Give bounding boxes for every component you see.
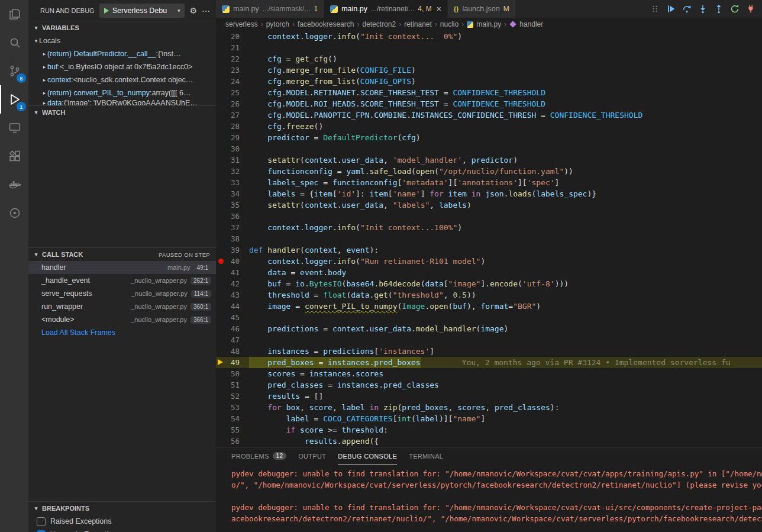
breakpoint-gutter[interactable] — [216, 301, 228, 312]
breadcrumb-item[interactable]: nuclio — [440, 20, 459, 28]
variable-row[interactable]: ▸data: {'image': 'iVBORw0KGgoAAAANSUhE… — [28, 99, 216, 105]
editor-tab-1[interactable]: main.py.../retinanet/...4, M× — [324, 0, 448, 18]
code-line[interactable]: 25 cfg.MODEL.RETINANET.SCORE_THRESH_TEST… — [216, 87, 762, 98]
breakpoint-gutter[interactable] — [216, 188, 228, 199]
code-line[interactable]: 47 — [216, 334, 762, 346]
code-line[interactable]: 28 cfg.freeze() — [216, 121, 762, 132]
breakpoint-gutter[interactable] — [216, 211, 228, 222]
continue-button[interactable] — [666, 4, 676, 14]
code-editor[interactable]: 20 context.logger.info("Init context... … — [216, 31, 762, 447]
code-line[interactable]: 31 setattr(context.user_data, 'model_han… — [216, 154, 762, 166]
variable-row[interactable]: ▸context: <nuclio_sdk.context.Context ob… — [28, 73, 216, 86]
breadcrumb-item[interactable]: retinanet — [404, 20, 432, 28]
code-line[interactable]: 29 predictor = DefaultPredictor(cfg) — [216, 132, 762, 143]
code-line[interactable]: 41 data = event.body — [216, 267, 762, 278]
code-line[interactable]: 51 pred_classes = instances.pred_classes — [216, 379, 762, 391]
code-line[interactable]: 23 cfg.merge_from_file(CONFIG_FILE) — [216, 65, 762, 76]
code-line[interactable]: 56 results.append({ — [216, 436, 762, 447]
breakpoint-gutter[interactable] — [216, 436, 228, 447]
breadcrumb-item[interactable]: detectron2 — [362, 20, 396, 28]
breakpoint-gutter[interactable] — [216, 222, 228, 233]
stack-frame[interactable]: _handle_event_nuclio_wrapper.py262:1 — [28, 274, 216, 287]
disconnect-button[interactable] — [745, 4, 756, 14]
activity-bar-item-docker[interactable] — [0, 170, 28, 199]
breakpoint-gutter[interactable] — [216, 98, 228, 109]
more-actions-icon[interactable]: ··· — [202, 6, 210, 15]
panel-tab-output[interactable]: OUTPUT — [298, 447, 326, 465]
breakpoint-gutter[interactable] — [216, 177, 228, 188]
breakpoint-gutter[interactable] — [216, 109, 228, 121]
step-out-button[interactable] — [713, 4, 724, 14]
launch-config-picker[interactable]: Serverless Debu ▾ — [99, 4, 185, 18]
breadcrumb-item[interactable]: pytorch — [266, 20, 289, 28]
breakpoint-gutter[interactable] — [216, 391, 228, 402]
panel-tab-debug-console[interactable]: DEBUG CONSOLE — [338, 447, 397, 465]
code-line[interactable]: 34 labels = {item['id']: item['name'] fo… — [216, 188, 762, 199]
code-line[interactable]: 38 — [216, 233, 762, 244]
step-into-button[interactable] — [698, 4, 708, 14]
breakpoint-gutter[interactable] — [216, 402, 228, 413]
breakpoint-gutter[interactable] — [216, 368, 228, 379]
activity-bar-item-extensions[interactable] — [0, 142, 28, 170]
code-line[interactable]: 48 instances = predictions['instances'] — [216, 346, 762, 357]
breakpoint-gutter[interactable] — [216, 76, 228, 87]
activity-bar-item-source-control[interactable]: 8 — [0, 57, 28, 85]
breakpoint-gutter[interactable] — [216, 121, 228, 132]
breakpoint-gutter[interactable] — [216, 42, 228, 53]
breakpoint-row[interactable]: ✓Uncaught Exceptions — [28, 528, 216, 532]
load-all-stack-frames-link[interactable]: Load All Stack Frames — [28, 326, 216, 339]
code-line[interactable]: 36 — [216, 211, 762, 222]
editor-tab-2[interactable]: {}launch.jsonM — [448, 0, 516, 18]
stack-frame[interactable]: serve_requests_nuclio_wrapper.py114:1 — [28, 287, 216, 300]
breakpoint-gutter[interactable] — [216, 132, 228, 143]
code-line[interactable]: 52 results = [] — [216, 391, 762, 402]
code-line[interactable]: 54 label = COCO_CATEGORIES[int(label)]["… — [216, 413, 762, 424]
code-line[interactable]: 55 if score >= threshold: — [216, 424, 762, 436]
call-stack-pane-header[interactable]: ▾ CALL STACK PAUSED ON STEP — [28, 248, 216, 261]
code-line[interactable]: 37 context.logger.info("Init context...1… — [216, 222, 762, 233]
debug-toolbar-drag-handle[interactable] — [650, 4, 660, 14]
variable-row[interactable]: ▸buf: <_io.BytesIO object at 0x7f5a2dc1e… — [28, 60, 216, 73]
code-line[interactable]: 33 labels_spec = functionconfig['metadat… — [216, 177, 762, 188]
variable-row[interactable]: ▸(return) DefaultPredictor.__call__: {'i… — [28, 47, 216, 60]
breadcrumb-item[interactable]: facebookresearch — [298, 20, 354, 28]
breakpoint-gutter[interactable] — [216, 424, 228, 436]
code-line[interactable]: 30 — [216, 143, 762, 154]
breadcrumb-symbol[interactable]: handler — [519, 20, 543, 28]
breakpoint-gutter[interactable] — [216, 143, 228, 154]
panel-tab-terminal[interactable]: TERMINAL — [409, 447, 443, 465]
code-line[interactable]: 35 setattr(context.user_data, "labels", … — [216, 199, 762, 211]
code-line[interactable]: 24 cfg.merge_from_list(CONFIG_OPTS) — [216, 76, 762, 87]
breakpoint-gutter[interactable] — [216, 53, 228, 65]
breakpoint-gutter[interactable] — [216, 233, 228, 244]
breakpoint-gutter[interactable] — [216, 65, 228, 76]
activity-bar-item-explorer[interactable] — [0, 0, 28, 28]
code-line[interactable]: 40 context.logger.info("Run retinanet-R1… — [216, 256, 762, 267]
stack-frame[interactable]: handlermain.py49:1 — [28, 261, 216, 274]
breakpoint-checkbox[interactable] — [37, 517, 46, 526]
editor-tab-0[interactable]: main.py.../siammask/...1 — [216, 0, 324, 18]
activity-bar-item-test-explorer[interactable] — [0, 199, 28, 227]
breakpoint-gutter[interactable] — [216, 154, 228, 166]
breakpoint-row[interactable]: Raised Exceptions — [28, 515, 216, 528]
activity-bar-item-run-and-debug[interactable]: 1 — [0, 85, 28, 114]
code-line[interactable]: 32 functionconfig = yaml.safe_load(open(… — [216, 166, 762, 177]
gear-icon[interactable]: ⚙ — [189, 6, 197, 15]
activity-bar-item-search[interactable] — [0, 28, 28, 57]
breakpoint-gutter[interactable] — [216, 334, 228, 346]
breakpoint-checkbox[interactable]: ✓ — [37, 530, 46, 532]
breadcrumb-item[interactable]: serverless — [225, 20, 258, 28]
breakpoint-gutter[interactable] — [216, 289, 228, 301]
breakpoint-gutter[interactable] — [216, 312, 228, 323]
watch-pane-header[interactable]: ▾ WATCH — [28, 106, 216, 119]
breakpoint-gutter[interactable] — [216, 357, 228, 368]
breakpoint-gutter[interactable] — [216, 413, 228, 424]
code-line[interactable]: 42 buf = io.BytesIO(base64.b64decode(dat… — [216, 278, 762, 289]
code-line[interactable]: 43 threshold = float(data.get("threshold… — [216, 289, 762, 301]
code-line[interactable]: 39def handler(context, event): — [216, 244, 762, 256]
breakpoint-gutter[interactable] — [216, 346, 228, 357]
breakpoint-gutter[interactable] — [216, 379, 228, 391]
breakpoint-gutter[interactable] — [216, 323, 228, 334]
breakpoint-gutter[interactable] — [216, 256, 228, 267]
breakpoints-pane-header[interactable]: ▾ BREAKPOINTS — [28, 502, 216, 515]
